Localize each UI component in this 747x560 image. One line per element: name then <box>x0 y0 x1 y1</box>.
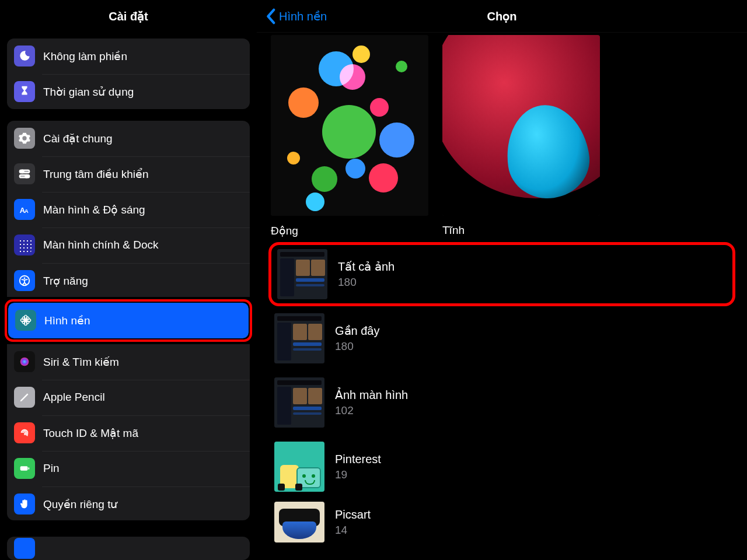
album-thumb <box>274 313 324 363</box>
sidebar-item-label: Trợ năng <box>43 274 243 288</box>
sidebar-item-home-dock[interactable]: Màn hình chính & Dock <box>7 228 250 263</box>
album-count: 180 <box>338 276 395 289</box>
svg-rect-19 <box>28 468 29 470</box>
settings-sidebar: Cài đặt Không làm phiền Thời gian sử dụn… <box>0 0 257 560</box>
hourglass-icon <box>14 81 35 102</box>
album-thumb <box>274 502 324 542</box>
album-count: 14 <box>335 524 371 537</box>
sidebar-group-main-bottom: Siri & Tìm kiếm Apple Pencil Touch ID & … <box>7 344 250 520</box>
svg-rect-18 <box>20 467 28 471</box>
album-title: Tất cả ảnh <box>338 260 395 274</box>
detail-title: Chọn <box>487 9 517 23</box>
album-count: 180 <box>335 340 379 353</box>
svg-point-17 <box>20 358 29 366</box>
album-row-picsart[interactable]: Picsart 14 <box>268 499 735 545</box>
sidebar-item-screen-time[interactable]: Thời gian sử dụng <box>7 74 250 109</box>
sidebar-item-siri[interactable]: Siri & Tìm kiếm <box>7 344 250 380</box>
detail-header: Hình nền Chọn <box>257 0 747 33</box>
album-title: Pinterest <box>335 453 381 466</box>
sidebar-item-label: Không làm phiền <box>43 50 243 63</box>
svg-text:A: A <box>25 208 29 214</box>
unknown-icon <box>14 538 35 559</box>
sidebar-item-display[interactable]: AA Màn hình & Độ sáng <box>7 192 250 228</box>
sidebar-item-label: Quyền riêng tư <box>43 498 243 511</box>
wallpaper-categories: Động Tĩnh <box>257 35 747 237</box>
app-grid-icon <box>14 235 35 256</box>
sidebar-item-accessibility[interactable]: Trợ năng <box>7 263 250 297</box>
detail-pane: Hình nền Chọn <box>257 0 747 560</box>
fingerprint-icon <box>14 422 35 443</box>
battery-icon <box>14 458 35 479</box>
sidebar-item-privacy[interactable]: Quyền riêng tư <box>7 487 250 520</box>
sidebar-item-label: Pin <box>43 462 243 475</box>
siri-icon <box>14 351 35 372</box>
album-title: Gần đây <box>335 324 379 338</box>
sidebar-item-label: Hình nền <box>44 314 242 327</box>
accessibility-icon <box>14 270 35 291</box>
sidebar-title: Cài đặt <box>0 0 257 33</box>
album-count: 19 <box>335 468 381 481</box>
hand-icon <box>14 494 35 514</box>
svg-point-3 <box>25 175 28 178</box>
chevron-left-icon <box>266 8 277 24</box>
back-label: Hình nền <box>279 9 327 23</box>
wallpaper-caption: Động <box>271 224 428 237</box>
wallpaper-caption: Tĩnh <box>442 224 600 237</box>
sidebar-item-label: Touch ID & Mật mã <box>43 426 243 440</box>
album-thumb <box>274 377 324 428</box>
sidebar-group-main-top: Cài đặt chung Trung tâm điều khiển AA Mà… <box>7 121 250 297</box>
sidebar-group-focus: Không làm phiền Thời gian sử dụng <box>7 38 250 109</box>
sidebar-item-general[interactable]: Cài đặt chung <box>7 121 250 156</box>
wallpaper-thumb-dynamic <box>271 35 428 216</box>
sidebar-item-label: Thời gian sử dụng <box>43 85 243 99</box>
pencil-icon <box>14 387 35 408</box>
sidebar-item-label: Trung tâm điều khiển <box>43 167 243 181</box>
album-thumb <box>274 442 324 492</box>
album-thumb <box>277 249 327 299</box>
album-row-screenshots[interactable]: Ảnh màn hình 102 <box>268 370 735 435</box>
wallpaper-thumb-still <box>442 35 600 216</box>
flower-icon <box>15 310 36 331</box>
sidebar-item-label: Màn hình & Độ sáng <box>43 203 243 216</box>
toggles-icon <box>14 163 35 184</box>
album-row-pinterest[interactable]: Pinterest 19 <box>268 435 735 499</box>
sidebar-item-label: Apple Pencil <box>43 391 243 404</box>
photo-albums-list: Tất cả ảnh 180 Gần đây 180 Ảnh màn hình … <box>257 237 747 545</box>
svg-point-1 <box>21 170 24 173</box>
sidebar-item-label: Cài đặt chung <box>43 132 243 145</box>
album-title: Ảnh màn hình <box>335 388 408 402</box>
gear-icon <box>14 128 35 149</box>
sidebar-item-do-not-disturb[interactable]: Không làm phiền <box>7 38 250 74</box>
sidebar-item-label: Màn hình chính & Dock <box>43 239 243 251</box>
back-button[interactable]: Hình nền <box>266 0 327 33</box>
sidebar-item-touchid[interactable]: Touch ID & Mật mã <box>7 415 250 451</box>
sidebar-item-label: Siri & Tìm kiếm <box>43 355 243 369</box>
sidebar-item-control-center[interactable]: Trung tâm điều khiển <box>7 156 250 192</box>
svg-point-7 <box>24 277 26 279</box>
album-row-recent[interactable]: Gần đây 180 <box>268 306 735 370</box>
album-count: 102 <box>335 404 408 417</box>
sidebar-item-wallpaper[interactable]: Hình nền <box>8 303 249 338</box>
text-size-icon: AA <box>14 199 35 220</box>
album-row-all[interactable]: Tất cả ảnh 180 <box>268 242 735 306</box>
annotation-highlight-sidebar: Hình nền <box>5 299 252 342</box>
wallpaper-category-still[interactable]: Tĩnh <box>442 35 600 237</box>
sidebar-item-apple-pencil[interactable]: Apple Pencil <box>7 380 250 415</box>
album-title: Picsart <box>335 508 371 522</box>
sidebar-item-battery[interactable]: Pin <box>7 451 250 487</box>
svg-point-8 <box>25 319 27 321</box>
sidebar-group-wallpaper-wrap: Hình nền <box>8 303 249 338</box>
wallpaper-category-dynamic[interactable]: Động <box>271 35 428 237</box>
sidebar-group-next-peek[interactable] <box>7 537 250 560</box>
moon-icon <box>14 46 35 66</box>
